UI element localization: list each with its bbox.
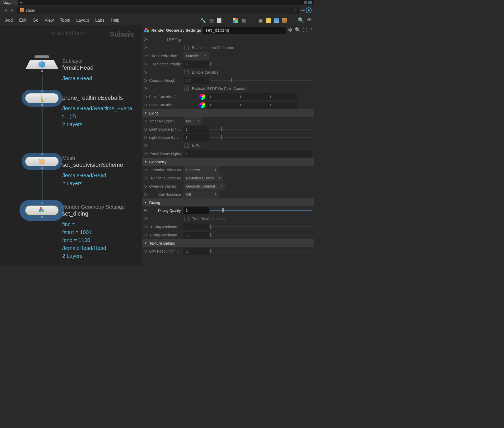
checkbox[interactable]	[185, 217, 189, 221]
add-tab-button[interactable]: +	[18, 0, 25, 5]
back-button[interactable]: ◄	[3, 7, 8, 13]
color-swatch[interactable]	[199, 94, 205, 100]
pin-icon[interactable]	[144, 104, 147, 106]
node-output[interactable]	[41, 70, 43, 72]
slider[interactable]	[210, 251, 312, 251]
eye-icon[interactable]: 👁	[307, 18, 312, 23]
slider[interactable]	[210, 137, 312, 138]
menu-tools[interactable]: Tools	[57, 18, 73, 23]
slider[interactable]	[210, 129, 312, 130]
select-input[interactable]: No ▲▼	[183, 117, 202, 125]
menu-layout[interactable]: Layout	[73, 18, 92, 23]
menu-edit[interactable]: Edit	[16, 18, 30, 23]
number-input[interactable]	[183, 77, 209, 84]
menu-add[interactable]: Add	[2, 18, 16, 23]
box-icon[interactable]	[282, 18, 287, 23]
select-input[interactable]: Spheres ▲▼	[183, 166, 219, 174]
pin-icon[interactable]	[144, 46, 147, 49]
pin-icon[interactable]	[144, 120, 147, 122]
list-icon[interactable]: ▤	[209, 18, 214, 23]
checkbox[interactable]	[185, 46, 189, 50]
pin-icon[interactable]	[144, 250, 147, 253]
slider[interactable]	[210, 64, 312, 64]
section-dicing[interactable]: ▼ Dicing	[142, 198, 314, 206]
node-prune[interactable]: prune_realtimeEyeballs /femaleHead/Realt…	[25, 93, 59, 103]
pin-icon[interactable]	[144, 217, 147, 220]
checkbox[interactable]	[185, 144, 189, 148]
number-input[interactable]	[183, 207, 209, 214]
section-texture-baking[interactable]: ▼ Texture Baking	[142, 239, 314, 247]
node-input[interactable]	[41, 153, 43, 155]
color-swatch[interactable]	[199, 102, 205, 108]
help-icon[interactable]: ?	[309, 27, 312, 34]
gear-icon[interactable]	[288, 27, 293, 34]
pin-icon[interactable]	[144, 177, 147, 179]
forward-button[interactable]: ►	[10, 7, 15, 13]
checkbox[interactable]	[185, 87, 189, 91]
node-output[interactable]	[41, 104, 43, 106]
slider[interactable]	[210, 80, 312, 81]
pin-icon[interactable]	[144, 169, 147, 171]
text-input[interactable]	[183, 150, 312, 157]
slider[interactable]	[210, 210, 312, 211]
number-input[interactable]	[183, 61, 209, 68]
pin-icon[interactable]	[144, 193, 147, 196]
number-input[interactable]	[183, 126, 209, 133]
number-input[interactable]	[207, 93, 237, 100]
radar-icon[interactable]	[306, 7, 312, 13]
number-input[interactable]	[183, 134, 209, 141]
checkbox[interactable]	[185, 70, 189, 74]
node-name-input[interactable]	[203, 27, 286, 34]
pin-icon[interactable]	[144, 87, 147, 90]
pin-icon[interactable]	[144, 96, 147, 98]
node-input[interactable]	[41, 90, 43, 92]
tab-stage[interactable]: /stage ×	[0, 0, 18, 5]
slider[interactable]	[210, 226, 312, 227]
select-input[interactable]: Geometry Default ▲▼	[183, 183, 226, 190]
pin-icon[interactable]: ⇥	[301, 7, 305, 13]
search-icon[interactable]: 🔍	[295, 27, 301, 34]
node-graph[interactable]: Indie Edition Solaris Sublayer femaleHea…	[0, 25, 142, 266]
pin-icon[interactable]	[144, 63, 147, 65]
grid-icon[interactable]	[233, 18, 238, 23]
node-handle[interactable]	[35, 55, 49, 58]
slider[interactable]	[210, 235, 312, 235]
number-input[interactable]	[183, 232, 209, 239]
node-output[interactable]	[41, 167, 43, 169]
pin-icon[interactable]	[144, 153, 147, 155]
section-geometry[interactable]: ▼ Geometry	[142, 158, 314, 166]
pencil-icon[interactable]: ✎	[143, 207, 149, 213]
select-input[interactable]: Off ▲▼	[183, 191, 219, 198]
select-input[interactable]: Outside ▲▼	[183, 52, 209, 60]
select-input[interactable]: Rounded Curves ▲▼	[183, 174, 223, 182]
menu-view[interactable]: View	[41, 18, 57, 23]
number-input[interactable]	[267, 93, 297, 100]
node-render-geometry[interactable]: Render Geometry Settings set_dicing finc…	[25, 206, 59, 215]
menu-help[interactable]: Help	[108, 18, 123, 23]
node-sublayer[interactable]: Sublayer femaleHead /femaleHead	[25, 60, 59, 69]
path-input[interactable]: stage ▼	[17, 7, 299, 14]
number-input[interactable]	[237, 102, 267, 108]
pin-icon[interactable]	[144, 55, 147, 57]
pin-icon[interactable]	[144, 71, 147, 74]
section-light[interactable]: ▼ Light	[142, 109, 314, 117]
pin-icon[interactable]	[144, 226, 147, 228]
lines-icon[interactable]	[217, 18, 221, 23]
menu-go[interactable]: Go	[30, 18, 41, 23]
number-input[interactable]	[183, 223, 209, 230]
params-body[interactable]: LPE Tag Enable Internal Reflection Direc…	[142, 35, 314, 266]
pin-icon[interactable]	[144, 38, 147, 41]
note-icon[interactable]	[266, 18, 271, 23]
wrench-icon[interactable]: 🔧	[200, 18, 206, 23]
pin-icon[interactable]	[144, 144, 147, 147]
info-icon[interactable]: ⓘ	[303, 27, 307, 34]
pin-icon[interactable]	[144, 234, 147, 236]
node-mesh[interactable]: Mesh set_subdivisionScheme /femaleHead/H…	[25, 157, 59, 166]
panel-icon[interactable]: ▣	[258, 18, 263, 23]
node-input[interactable]	[41, 202, 43, 204]
number-input[interactable]	[183, 248, 209, 255]
pin-icon[interactable]	[144, 128, 147, 131]
number-input[interactable]	[237, 93, 267, 100]
minimize-button[interactable]	[304, 1, 307, 4]
pin-icon[interactable]	[144, 185, 147, 188]
